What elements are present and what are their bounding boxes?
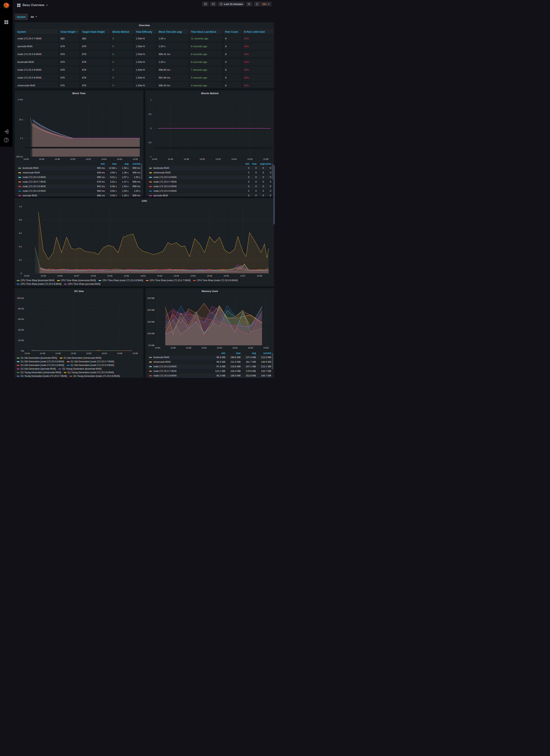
legend-item[interactable]: G1 Young Generation [node:172.20.0.8:954… xyxy=(70,375,120,377)
panel-title[interactable]: GC time xyxy=(15,290,143,293)
dashboards-icon[interactable] xyxy=(4,20,9,24)
page-title[interactable]: Besu Overview xyxy=(23,3,44,7)
legend-row[interactable]: node:172.20.0.9:9545 995 ms 9.86 s 1.59 … xyxy=(16,189,140,193)
legend-row[interactable]: node:172.20.0.8:9545 992 ms 8.56 s 1.54 … xyxy=(16,184,140,189)
series-color-swatch xyxy=(149,177,152,178)
legend-item[interactable]: G1 Young Generation [node:172.20.0.6:954… xyxy=(64,371,114,374)
panel-title[interactable]: Block Time xyxy=(15,92,143,95)
legend-item[interactable]: CPU Time IRate [minernode:9545] xyxy=(57,279,96,282)
legend-item[interactable]: G1 Old Generation [node:172.20.0.8:9545] xyxy=(17,364,64,367)
legend-scrollbar[interactable] xyxy=(272,353,273,369)
panel-title[interactable]: Overview xyxy=(15,24,274,27)
table-header-cell[interactable]: Total Difficulty xyxy=(134,29,157,34)
legend-row[interactable]: node:172.20.0.8:9545 95.3 MB 195.8 MB 15… xyxy=(147,373,271,378)
legend-row[interactable]: node:172.20.0.6:9545 0 0 0 0 xyxy=(147,175,271,180)
table-header-cell[interactable]: % Peer Limit Used xyxy=(242,29,273,34)
panel-title[interactable]: CPU xyxy=(15,200,274,202)
legend-row[interactable]: minernode:9545 949 ms 4.85 s 1.36 s 999 … xyxy=(16,170,140,175)
legend-col-avg[interactable]: avg xyxy=(117,163,129,165)
legend-item[interactable]: CPU Time IRate [node:172.20.0.8:9545] xyxy=(193,279,238,282)
legend-col-current[interactable]: current xyxy=(256,352,271,355)
series-color-swatch xyxy=(149,362,152,363)
share-button[interactable] xyxy=(202,2,209,6)
grafana-logo-icon[interactable] xyxy=(2,2,11,10)
tv-mode-button[interactable] xyxy=(210,2,217,6)
gc-time-legend[interactable]: G1 Old Generation [bootnode:9545] G1 Old… xyxy=(17,357,141,378)
legend-row[interactable]: rpcnode:9545 968 ms 5.45 s 1.39 s 999 ms xyxy=(16,193,140,197)
legend-row[interactable]: minernode:9545 96.3 MB 211.9 MB 161.7 MB… xyxy=(147,360,271,364)
table-header-cell[interactable]: Block Time (5m avg) xyxy=(157,29,189,34)
legend-col-min[interactable]: min xyxy=(93,163,105,165)
legend-item[interactable]: G1 Old Generation [rpcnode:9545] xyxy=(17,367,56,370)
blocks-behind-legend[interactable]: min max avg current bootnode:9545 0 0 0 … xyxy=(147,162,271,197)
legend-row[interactable]: node:172.20.0.6:9545 97.4 MB 218.8 MB 14… xyxy=(147,364,271,369)
table-header-cell[interactable]: System xyxy=(15,29,59,34)
legend-item[interactable]: G1 Young Generation [node:172.20.0.7:954… xyxy=(17,375,67,377)
table-header-cell[interactable]: Chain Height xyxy=(59,29,80,34)
table-header-row: SystemChain HeightTarget Chain HeightBlo… xyxy=(15,29,273,34)
legend-row[interactable]: bootnode:9545 0 0 0 0 xyxy=(147,166,271,170)
table-row[interactable]: node:172.20.0.9:9545 878 878 0 1.53e+5 9… xyxy=(15,66,273,74)
refresh-interval-select[interactable]: 10s xyxy=(260,2,272,6)
table-row[interactable]: node:172.20.0.8:9545 876 876 0 1.53e+5 9… xyxy=(15,74,273,81)
table-row[interactable]: minernode:9545 875 875 0 1.53e+5 995.40 … xyxy=(15,81,273,89)
legend-item[interactable]: G1 Old Generation [node:172.20.0.6:9545] xyxy=(17,360,64,363)
panel-title[interactable]: Blocks Behind xyxy=(145,92,274,95)
legend-row[interactable]: bootnode:9545 96.9 MB 198.6 MB 137.4 MB … xyxy=(147,355,271,360)
legend-item[interactable]: CPU Time IRate [node:172.20.0.9:9545] xyxy=(17,283,61,285)
legend-row[interactable]: node:172.20.0.8:9545 0 0 0 0 xyxy=(147,184,271,189)
legend-item[interactable]: G1 Old Generation [node:172.20.0.9:9545] xyxy=(67,364,114,367)
legend-row[interactable]: rpcnode:9545 0 0 0 0 xyxy=(147,193,271,197)
legend-col-max[interactable]: max xyxy=(225,352,241,355)
table-header-cell[interactable]: Blocks Behind xyxy=(111,29,134,34)
legend-item[interactable]: G1 Young Generation [bootnode:9545] xyxy=(58,367,102,370)
legend-row[interactable]: bootnode:9545 965 ms 12.68 s 1.58 s 999 … xyxy=(16,166,140,170)
page-scrollbar[interactable] xyxy=(273,165,275,224)
cpu-legend[interactable]: CPU Time IRate [bootnode:9545] CPU Time … xyxy=(17,279,272,285)
legend-col-max[interactable]: max xyxy=(105,163,117,165)
legend-item[interactable]: CPU Time IRate [bootnode:9545] xyxy=(17,279,54,282)
legend-col-max[interactable]: max xyxy=(249,163,257,165)
legend-item[interactable]: CPU Time IRate [rpcnode:9545] xyxy=(64,283,100,285)
legend-col-current[interactable]: current xyxy=(129,163,140,165)
table-row[interactable]: bootnode:9545 879 879 0 1.53e+5 1.00 s 8… xyxy=(15,58,273,66)
table-header-cell[interactable]: Peer Count xyxy=(223,29,242,34)
legend-scrollbar[interactable] xyxy=(141,164,142,180)
table-row[interactable]: node:172.20.0.7:9545 882 882 0 1.54e+5 1… xyxy=(15,34,273,42)
legend-col-avg[interactable]: avg xyxy=(257,163,264,165)
legend-item[interactable]: CPU Time IRate [node:172.20.0.7:9545] xyxy=(146,279,190,282)
refresh-button[interactable] xyxy=(254,2,260,6)
legend-row[interactable]: minernode:9545 0 0 0 0 xyxy=(147,170,271,175)
legend-item[interactable]: G1 Old Generation [bootnode:9545] xyxy=(17,357,57,359)
variable-value: All xyxy=(31,15,34,18)
table-header-cell[interactable]: Target Chain Height xyxy=(80,29,111,34)
legend-scrollbar[interactable] xyxy=(272,164,273,180)
legend-row[interactable]: node:172.20.0.9:9545 0 0 0 0 xyxy=(147,189,271,193)
legend-item[interactable]: CPU Time IRate [node:172.20.0.6:9545] xyxy=(99,279,143,282)
breadcrumb[interactable]: Besu Overview xyxy=(17,2,48,8)
legend-col-avg[interactable]: avg xyxy=(241,352,256,355)
legend-row[interactable]: node:172.20.0.7:9545 0 0 0 0 xyxy=(147,180,271,184)
time-range-picker[interactable]: Last 15 minutes xyxy=(218,2,245,6)
legend-col-min[interactable]: min xyxy=(210,352,225,355)
series-color-swatch xyxy=(17,284,19,285)
legend-item[interactable]: G1 Old Generation [minernode:9545] xyxy=(60,357,101,359)
sign-in-icon[interactable] xyxy=(4,129,9,134)
memory-legend[interactable]: min max avg current bootnode:9545 96.9 M… xyxy=(147,351,271,378)
table-row[interactable]: node:172.20.0.6:9545 879 879 0 1.53e+5 9… xyxy=(15,50,273,58)
table-row[interactable]: rpcnode:9545 879 879 0 1.53e+5 1.00 s 8 … xyxy=(15,42,273,50)
help-icon[interactable] xyxy=(4,138,9,142)
legend-col-current[interactable]: current xyxy=(264,163,271,165)
legend-item[interactable]: G1 Old Generation [node:172.20.0.7:9545] xyxy=(67,360,114,363)
legend-item[interactable]: G1 Young Generation [minernode:9545] xyxy=(17,371,61,374)
legend-row[interactable]: node:172.20.0.7:9545 122.2 MB 228.3 MB 1… xyxy=(147,369,271,373)
block-time-legend[interactable]: min max avg current bootnode:9545 965 ms… xyxy=(16,162,140,197)
time-range-label: Last 15 minutes xyxy=(224,3,243,6)
legend-row[interactable]: node:172.20.0.6:9545 995 ms 9.31 s 1.57 … xyxy=(16,175,140,180)
variable-value-dropdown[interactable]: All xyxy=(28,14,40,20)
zoom-out-button[interactable] xyxy=(246,2,252,6)
legend-col-min[interactable]: min xyxy=(242,163,249,165)
table-header-cell[interactable]: Time Since Last Block xyxy=(189,29,223,34)
panel-title[interactable]: Memory Used xyxy=(145,290,274,293)
legend-row[interactable]: node:172.20.0.7:9545 978 ms 5.82 s 1.47 … xyxy=(16,180,140,184)
